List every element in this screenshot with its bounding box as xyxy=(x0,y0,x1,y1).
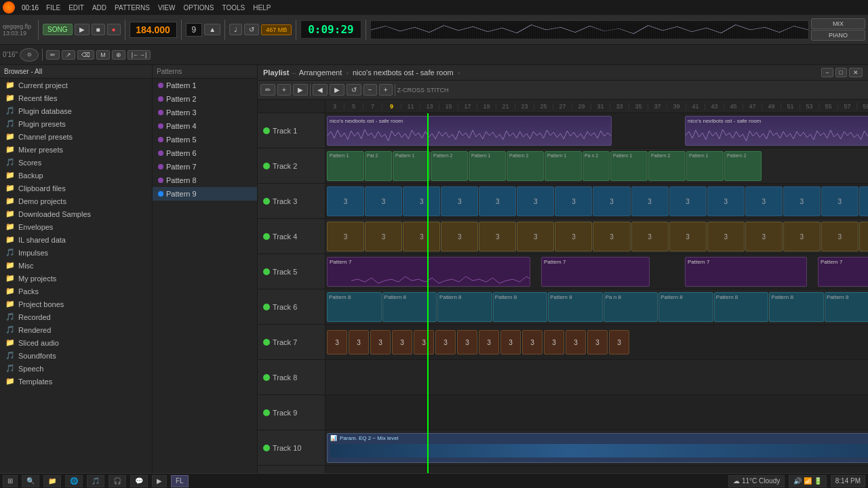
sidebar-item-speech[interactable]: 🎵 Speech xyxy=(0,362,152,375)
record-button[interactable]: ● xyxy=(107,24,121,35)
track7-block-3[interactable]: 3 xyxy=(370,330,391,354)
menu-view[interactable]: VIEW xyxy=(155,3,179,13)
track4-block-7[interactable]: 3 xyxy=(555,222,592,251)
pattern-item-1[interactable]: Pattern 1 xyxy=(153,79,257,92)
snap-button[interactable]: |←→| xyxy=(127,50,151,60)
track4-block-5[interactable]: 3 xyxy=(479,222,516,251)
track4-block-8[interactable]: 3 xyxy=(593,222,630,251)
sidebar-item-misc[interactable]: 📁 Misc xyxy=(0,259,152,272)
track-row-10[interactable]: 📊 Param. EQ 2 − Mix level xyxy=(326,430,868,466)
track5-pattern7-d[interactable]: Pattern 7 xyxy=(818,257,868,287)
track5-pattern7-a[interactable]: Pattern 7 xyxy=(327,257,530,287)
sidebar-item-envelopes[interactable]: 📁 Envelopes xyxy=(0,220,152,233)
track2-pat2-d[interactable]: Pattern 2 xyxy=(648,151,686,181)
track5-pattern7-b[interactable]: Pattern 7 xyxy=(541,257,650,287)
track3-block-6[interactable]: 3 xyxy=(517,186,554,216)
track6-pat8-c[interactable]: Pattern 8 xyxy=(437,292,492,322)
track2-pat2-e[interactable]: Pattern 2 xyxy=(724,151,762,181)
track1-block-b[interactable]: nico's nextbots ost - safe room xyxy=(685,116,868,146)
sidebar-item-backup[interactable]: 📁 Backup xyxy=(0,169,152,182)
track6-pat8-f[interactable]: Pattern 8 xyxy=(658,292,713,322)
track6-pat8-d[interactable]: Pattern 8 xyxy=(493,292,548,322)
track2-pat2-c[interactable]: Pattern 2 xyxy=(507,151,544,181)
sidebar-item-rendered[interactable]: 🎵 Rendered xyxy=(0,323,152,336)
playlist-tool-draw[interactable]: ✏ xyxy=(260,84,275,96)
system-tray[interactable]: 🔊 📶 🔋 xyxy=(789,475,827,487)
pattern-item-6[interactable]: Pattern 6 xyxy=(153,146,257,160)
track3-block-7[interactable]: 3 xyxy=(555,186,592,216)
music-player[interactable]: 🎵 xyxy=(87,475,104,487)
playlist-tool-paint[interactable]: ▶ xyxy=(293,84,308,96)
track7-block-13[interactable]: 3 xyxy=(587,330,608,354)
track3-block-14[interactable]: 3 xyxy=(821,186,859,216)
playlist-tool-select[interactable]: + xyxy=(277,84,291,96)
pattern-item-4[interactable]: Pattern 4 xyxy=(153,119,257,133)
sidebar-item-sliced-audio[interactable]: 📁 Sliced audio xyxy=(0,336,152,349)
track2-pat1-d[interactable]: Pattern 1 xyxy=(545,151,582,181)
pattern-item-7[interactable]: Pattern 7 xyxy=(153,160,257,174)
playlist-minimize[interactable]: − xyxy=(821,68,833,77)
track-row-7[interactable]: 3 3 3 3 3 3 3 3 3 3 3 3 3 xyxy=(326,325,868,360)
sidebar-item-downloaded-samples[interactable]: 📁 Downloaded Samples xyxy=(0,207,152,220)
track7-block-4[interactable]: 3 xyxy=(392,330,412,354)
track-row-5[interactable]: Pattern 7 Pattern 7 Pattern 7 Pat xyxy=(326,254,868,289)
track5-pattern7-c[interactable]: Pattern 7 xyxy=(685,257,807,287)
menu-tools[interactable]: TOOLS xyxy=(219,3,249,13)
track7-block-5[interactable]: 3 xyxy=(414,330,434,354)
track4-block-6[interactable]: 3 xyxy=(517,222,554,251)
playlist-zoom-out[interactable]: − xyxy=(363,84,377,96)
track2-pat1-f[interactable]: Pattern 1 xyxy=(686,151,724,181)
song-mode-button[interactable]: SONG xyxy=(43,24,72,35)
knob-button[interactable]: ⊙ xyxy=(20,48,39,62)
start-button[interactable]: ⊞ xyxy=(3,475,18,487)
pattern-item-8[interactable]: Pattern 8 xyxy=(153,174,257,187)
menu-options[interactable]: OPTIONS xyxy=(180,3,217,13)
track7-block-10[interactable]: 3 xyxy=(522,330,542,354)
track7-block-11[interactable]: 3 xyxy=(544,330,564,354)
track-row-11[interactable] xyxy=(326,466,868,473)
track-row-9[interactable] xyxy=(326,395,868,430)
track3-block-5[interactable]: 3 xyxy=(479,186,516,216)
track7-block-14[interactable]: 3 xyxy=(609,330,629,354)
track4-block-10[interactable]: 3 xyxy=(669,222,707,251)
track2-pat2-b[interactable]: Pattern 2 xyxy=(431,151,468,181)
play-button[interactable]: ▶ xyxy=(75,24,90,35)
track7-block-9[interactable]: 3 xyxy=(500,330,521,354)
track3-block-10[interactable]: 3 xyxy=(669,186,707,216)
playlist-snap-right[interactable]: ▶ xyxy=(330,84,344,96)
zoom-tool[interactable]: ⊕ xyxy=(112,50,125,60)
stop-button[interactable]: ■ xyxy=(92,24,105,35)
track6-pan-8[interactable]: Pa n 8 xyxy=(604,292,658,322)
sidebar-item-clipboard[interactable]: 📁 Clipboard files xyxy=(0,182,152,195)
track4-block-14[interactable]: 3 xyxy=(821,222,859,251)
track-row-8[interactable] xyxy=(326,360,868,395)
tempo-display[interactable]: 184.000 xyxy=(130,22,177,38)
mixer-button[interactable]: MIX xyxy=(811,18,865,29)
track-row-6[interactable]: Pattern 8 Pattern 8 Pattern 8 Pattern 8 … xyxy=(326,289,868,325)
pattern-number[interactable]: 9 xyxy=(186,23,203,37)
pattern-item-2[interactable]: Pattern 2 xyxy=(153,92,257,106)
track4-block-11[interactable]: 3 xyxy=(707,222,745,251)
track-row-2[interactable]: Pattern 1 Pat 2 Pattern 1 Pattern 2 Patt… xyxy=(326,148,868,184)
playlist-loop[interactable]: ↺ xyxy=(347,84,361,96)
track2-pat1-c[interactable]: Pattern 1 xyxy=(469,151,506,181)
menu-edit[interactable]: EDIT xyxy=(65,3,87,13)
track4-block-15[interactable]: 3 xyxy=(859,222,868,251)
app-extra[interactable]: ▶ xyxy=(152,475,167,487)
erase-tool[interactable]: ⌫ xyxy=(77,50,94,60)
track4-block-13[interactable]: 3 xyxy=(783,222,821,251)
track4-block-2[interactable]: 3 xyxy=(365,222,402,251)
track4-block[interactable]: 3 xyxy=(327,222,364,251)
sidebar-item-templates[interactable]: 📁 Templates xyxy=(0,375,152,388)
sidebar-item-recent-files[interactable]: 📁 Recent files xyxy=(0,92,152,104)
track7-block-1[interactable]: 3 xyxy=(327,330,347,354)
sidebar-item-channel-presets[interactable]: 📁 Channel presets xyxy=(0,130,152,143)
sidebar-item-plugin-presets[interactable]: 🎵 Plugin presets xyxy=(0,117,152,130)
track4-block-3[interactable]: 3 xyxy=(403,222,440,251)
track6-pat8-h[interactable]: Pattern 8 xyxy=(769,292,824,322)
sidebar-item-mixer-presets[interactable]: 📁 Mixer presets xyxy=(0,143,152,156)
track2-pat1-a[interactable]: Pattern 1 xyxy=(327,151,364,181)
sidebar-item-current-project[interactable]: 📁 Current project xyxy=(0,79,152,92)
track3-block-2[interactable]: 3 xyxy=(365,186,402,216)
menu-patterns[interactable]: PATTERNS xyxy=(111,3,153,13)
